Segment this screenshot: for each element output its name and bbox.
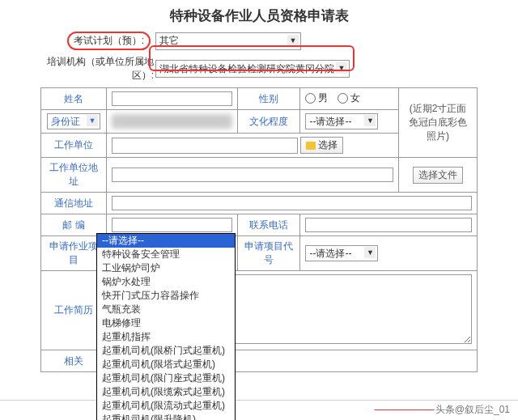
dropdown-option[interactable]: 起重机司机(限门座式起重机) (97, 371, 235, 385)
org-value: 湖北省特种设备检验检测研究院黄冈分院 (159, 62, 334, 76)
label-phone: 联系电话 (238, 214, 300, 236)
photo-box: (近期2寸正面 免冠白底彩色 照片) (399, 88, 478, 158)
postcode-input[interactable] (112, 218, 232, 232)
dropdown-option[interactable]: 电梯修理 (97, 316, 235, 330)
dropdown-option[interactable]: 起重机司机(限桥门式起重机) (97, 344, 235, 358)
code-select[interactable]: --请选择--▼ (305, 245, 378, 261)
chevron-down-icon: ▼ (87, 115, 98, 126)
chevron-down-icon: ▼ (364, 247, 376, 258)
edu-select[interactable]: --请选择--▼ (305, 113, 378, 129)
page-title: 特种设备作业人员资格申请表 (40, 6, 478, 25)
workunit-select-button[interactable]: 选择 (300, 137, 343, 154)
idnum-blurred (112, 114, 232, 129)
label-edu: 文化程度 (238, 110, 300, 134)
choose-file-button[interactable]: 选择文件 (413, 167, 463, 184)
phone-input[interactable] (305, 218, 472, 232)
dropdown-option[interactable]: 起重机司机(限升降机) (97, 413, 235, 420)
proj-dropdown-list[interactable]: --请选择--特种设备安全管理工业锅炉司炉锅炉水处理快开门式压力容器操作气瓶充装… (96, 233, 236, 420)
dropdown-option[interactable]: 起重机司机(限缆索式起重机) (97, 385, 235, 399)
exam-plan-value: 其它 (159, 34, 179, 48)
mailaddr-input[interactable] (112, 196, 472, 210)
dropdown-option[interactable]: --请选择-- (97, 234, 235, 248)
plan-label: 考试计划（预）: (67, 32, 151, 50)
radio-male[interactable]: 男 (305, 91, 328, 105)
label-mailaddr: 通信地址 (41, 193, 107, 214)
dropdown-option[interactable]: 锅炉水处理 (97, 275, 235, 289)
idtype-select[interactable]: 身份证▼ (47, 113, 100, 129)
label-workunit: 工作单位 (41, 134, 107, 158)
chevron-down-icon: ▼ (336, 62, 347, 74)
dropdown-option[interactable]: 快开门式压力容器操作 (97, 289, 235, 303)
label-workaddr: 工作单位地址 (41, 158, 107, 193)
folder-icon (306, 142, 316, 150)
footer-divider (0, 400, 518, 401)
name-input[interactable] (112, 91, 232, 106)
workaddr-input[interactable] (112, 168, 393, 182)
label-name: 姓名 (41, 88, 107, 110)
chevron-down-icon: ▼ (287, 35, 299, 46)
label-code: 申请项目代号 (238, 236, 300, 271)
radio-female[interactable]: 女 (338, 91, 360, 105)
workunit-input[interactable] (112, 138, 298, 154)
exam-plan-select[interactable]: 其它 ▼ (155, 32, 301, 50)
dropdown-option[interactable]: 起重机指挥 (97, 330, 235, 344)
chevron-down-icon: ▼ (364, 115, 376, 126)
dropdown-option[interactable]: 起重机司机(限塔式起重机) (97, 358, 235, 371)
dropdown-option[interactable]: 工业锅炉司炉 (97, 261, 235, 275)
dropdown-option[interactable]: 气瓶充装 (97, 303, 235, 316)
watermark: —————— 头条@叙后尘_01 (374, 402, 510, 417)
label-sex: 性别 (238, 88, 300, 110)
org-select[interactable]: 湖北省特种设备检验检测研究院黄冈分院 ▼ (155, 60, 350, 78)
dropdown-option[interactable]: 起重机司机(限流动式起重机) (97, 399, 235, 413)
org-label: 培训机构（或单位所属地区）: (40, 55, 155, 83)
dropdown-option[interactable]: 特种设备安全管理 (97, 248, 235, 261)
arrow-line: —————— (374, 402, 432, 415)
